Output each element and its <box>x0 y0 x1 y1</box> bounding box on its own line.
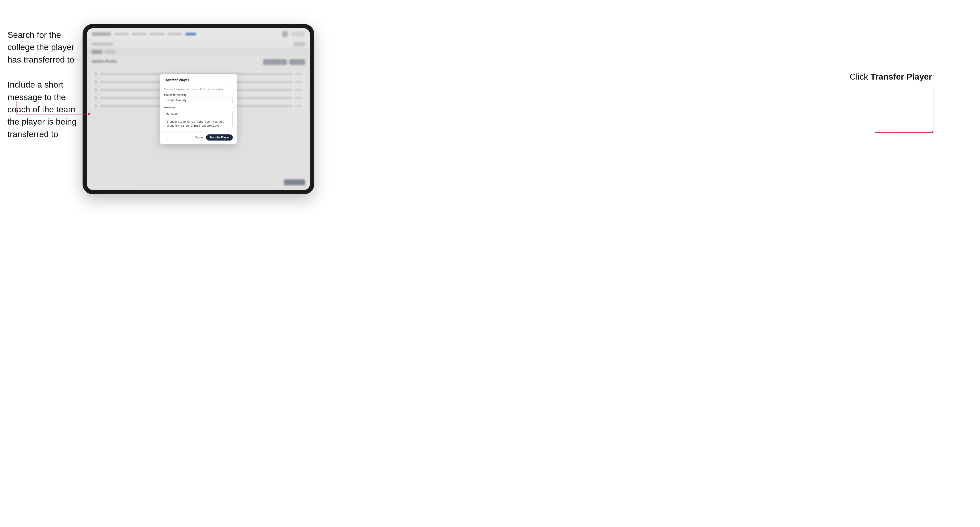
annotation-left: Search for the college the player has tr… <box>8 29 80 153</box>
annotation-right: Click Transfer Player <box>850 72 932 82</box>
arrow-line-left-horizontal <box>16 114 88 114</box>
dialog-subtitle: Transfer the player and their profile to… <box>164 87 233 90</box>
annotation-left-top: Search for the college the player has tr… <box>8 29 80 66</box>
transfer-player-button[interactable]: Transfer Player <box>206 135 233 141</box>
close-icon[interactable]: × <box>229 78 233 82</box>
dialog-body: Transfer the player and their profile to… <box>160 84 237 132</box>
cancel-button[interactable]: Cancel <box>195 136 204 139</box>
annotation-right-bold: Transfer Player <box>870 72 932 81</box>
arrow-line-right-vertical <box>933 86 934 132</box>
dialog-footer: Cancel Transfer Player <box>160 132 237 144</box>
tablet-frame: Update Roster <box>83 24 314 194</box>
arrowhead-right <box>931 131 934 134</box>
college-input[interactable] <box>164 97 233 103</box>
tablet-screen: Update Roster <box>87 28 310 190</box>
dialog-title: Transfer Player <box>164 78 189 82</box>
message-textarea[interactable]: Hi Coach, I understand Chris Robertson h… <box>164 110 233 127</box>
arrow-line-right-horizontal <box>875 132 934 133</box>
dialog-header: Transfer Player × <box>160 74 237 84</box>
transfer-player-dialog: Transfer Player × Transfer the player an… <box>160 74 237 144</box>
dialog-overlay: Transfer Player × Transfer the player an… <box>87 28 310 190</box>
arrow-line-left-vertical <box>16 101 17 114</box>
college-label: Search for College <box>164 93 233 96</box>
message-label: Message <box>164 106 233 109</box>
annotation-left-bottom: Include a short message to the coach of … <box>8 78 80 140</box>
